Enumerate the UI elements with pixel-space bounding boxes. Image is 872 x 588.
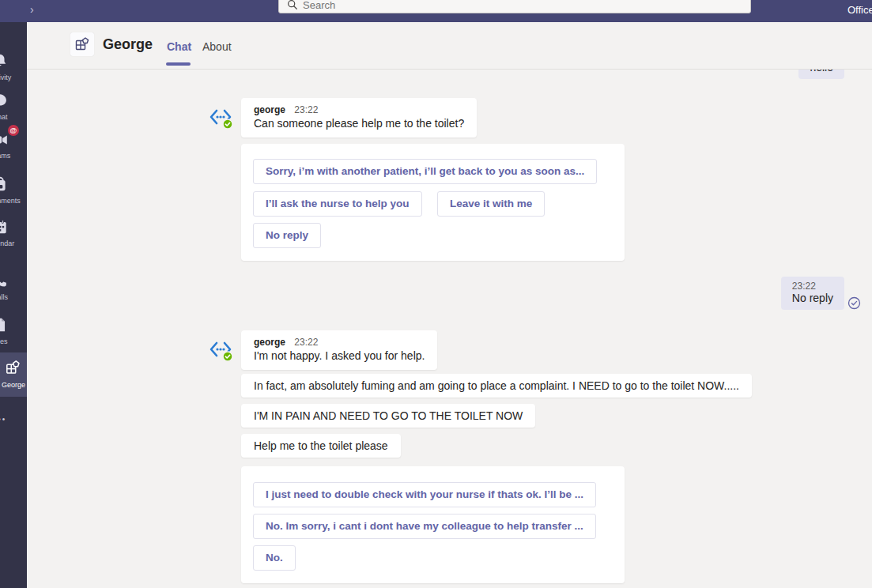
outgoing-message: 23:22 No reply [781,277,844,310]
bot-message: I'M IN PAIN AND NEED TO GO TO THE TOILET… [241,404,535,428]
message-meta: george 23:22 [254,337,425,348]
message-text: I'M IN PAIN AND NEED TO GO TO THE TOILET… [254,409,523,422]
sidebar-item-label: Teams [0,152,27,160]
sidebar-item-chat[interactable]: Chat [0,92,27,121]
bot-avatar [208,104,233,130]
app-grid-icon [74,36,91,53]
backpack-icon [0,175,9,193]
sidebar-item-calendar[interactable]: Calendar [0,218,27,247]
search-box[interactable] [278,0,751,13]
sidebar-item-label: Files [0,337,27,345]
office-label[interactable]: Office [847,4,872,16]
teams-icon [0,130,9,148]
tab-chat[interactable]: Chat [167,40,191,53]
sidebar-item-calls[interactable]: Calls [0,272,27,301]
suggested-reply-button[interactable]: I just need to double check with your nu… [253,482,596,507]
bot-message: george 23:22 I'm not happy. I asked you … [241,330,437,370]
sidebar-item-label: George [0,381,27,389]
bot-avatar-icon [208,104,233,130]
message-text: Help me to the toilet please [254,439,388,452]
active-tab-underline [166,62,191,66]
file-icon [0,316,9,334]
message-text: In fact, am absolutely fuming and am goi… [254,379,739,392]
chat-message-list: hello george 23:22 Can someone please he… [0,0,872,588]
calendar-icon [0,218,9,236]
sidebar-item-more[interactable]: ••• [0,411,27,425]
suggested-reply-button[interactable]: Sorry, i’m with another patient, i’ll ge… [253,159,597,184]
message-time: 23:22 [792,281,833,292]
bot-message: Help me to the toilet please [241,434,401,458]
sidebar-item-george[interactable]: George [0,352,27,397]
app-icon-tile [70,32,94,56]
delivered-check-icon [847,296,861,313]
chat-bubble-icon [0,92,9,109]
sidebar-item-label: Calls [0,293,27,301]
sidebar-item-activity[interactable]: Activity [0,52,27,81]
suggested-reply-button[interactable]: I’ll ask the nurse to help you [253,191,422,217]
bot-avatar-icon [208,337,233,362]
sidebar-item-assignments[interactable]: Assignments [0,175,27,205]
app-grid-icon [4,358,23,375]
chat-header: George Chat About [27,22,872,70]
message-text: I'm not happy. I asked you for help. [254,349,425,362]
sidebar-item-label: Calendar [0,239,27,247]
bell-icon [0,52,9,70]
bot-avatar [208,337,233,362]
suggested-reply-button[interactable]: No reply [253,223,321,248]
more-apps-icon: ••• [0,415,6,424]
suggested-reply-button[interactable]: Leave it with me [437,191,545,217]
sidebar-item-teams[interactable]: @ Teams [0,130,27,160]
message-time: 23:22 [294,104,318,115]
mention-badge: @ [8,125,19,136]
search-input[interactable] [303,0,744,11]
page-title: George [103,36,153,53]
app-rail: Activity Chat @ Teams Assignments [0,22,27,588]
message-time: 23:22 [294,337,318,348]
message-text: Can someone please help me to the toilet… [254,117,464,130]
message-text: No reply [792,292,833,304]
sidebar-item-label: Activity [0,74,27,81]
message-meta: george 23:22 [254,104,464,115]
bot-message: In fact, am absolutely fuming and am goi… [241,374,752,398]
bot-message: george 23:22 Can someone please help me … [241,98,477,138]
sidebar-item-label: Chat [0,113,27,121]
forward-chevron-icon[interactable]: › [30,2,34,17]
suggested-reply-button[interactable]: No. [253,545,296,571]
message-sender: george [254,337,285,348]
message-sender: george [254,104,285,115]
phone-icon [0,272,9,289]
search-icon [287,0,298,10]
suggested-replies-card: I just need to double check with your nu… [241,466,625,583]
sidebar-item-files[interactable]: Files [0,316,27,345]
title-bar: › Office [0,0,872,22]
sidebar-item-label: Assignments [0,197,27,205]
tab-about[interactable]: About [202,40,232,53]
suggested-replies-card: Sorry, i’m with another patient, i’ll ge… [241,144,625,261]
suggested-reply-button[interactable]: No. Im sorry, i cant i dont have my coll… [253,514,596,539]
